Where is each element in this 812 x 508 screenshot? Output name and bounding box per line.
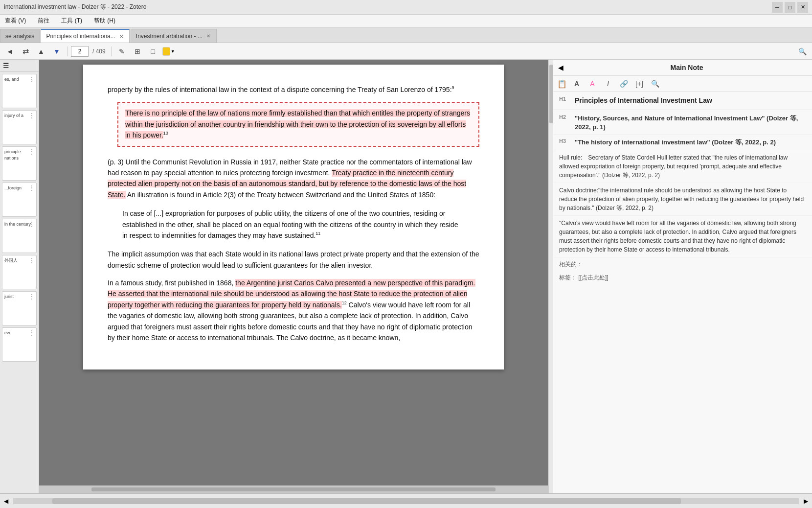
right-panel-toolbar: 📋 A A I 🔗 [+] 🔍 bbox=[553, 76, 812, 92]
note-icon[interactable]: 📋 bbox=[557, 79, 567, 89]
right-search-button[interactable]: 🔍 bbox=[649, 78, 661, 90]
footnote-ref-12: 12 bbox=[342, 300, 347, 305]
card-menu-icon-7[interactable]: ⋮ bbox=[29, 329, 35, 336]
left-sidebar: ☰ ⋮ es, and ⋮ injury of a ⋮ principle na… bbox=[0, 60, 39, 493]
tab-investment[interactable]: Investment arbitration - ... ✕ bbox=[131, 29, 217, 43]
menu-tools[interactable]: 工具 (T) bbox=[58, 16, 85, 26]
quote2-text: In case of [...] expropriation for purpo… bbox=[122, 209, 458, 239]
sidebar-item-6[interactable]: ⋮ jurist bbox=[2, 291, 37, 325]
pdf-area[interactable]: property by the rules of international l… bbox=[39, 60, 548, 485]
bottom-right-button[interactable]: ▶ bbox=[804, 498, 808, 505]
horizontal-scrollbar[interactable] bbox=[39, 485, 548, 493]
toolbar-right: 🔍 bbox=[795, 45, 809, 58]
tab-analysis[interactable]: se analysis bbox=[0, 29, 40, 43]
sidebar-toggle[interactable]: ☰ bbox=[3, 62, 9, 69]
card-menu-icon-5[interactable]: ⋮ bbox=[29, 257, 35, 264]
menu-view[interactable]: 查看 (V) bbox=[2, 16, 29, 26]
select-tool-button[interactable]: □ bbox=[146, 45, 160, 58]
tag-value: [[点击此处]] bbox=[578, 274, 608, 281]
sidebar-scroll[interactable]: ⋮ es, and ⋮ injury of a ⋮ principle nati… bbox=[0, 72, 39, 493]
highlight-tool-button[interactable]: A bbox=[586, 78, 598, 90]
chevron-down-icon: ▼ bbox=[171, 49, 175, 54]
pencil-tool-button[interactable]: ✎ bbox=[115, 45, 129, 58]
right-back-button[interactable]: ◀ bbox=[558, 64, 564, 71]
tab-investment-close[interactable]: ✕ bbox=[205, 33, 211, 39]
search-button[interactable]: 🔍 bbox=[795, 45, 809, 58]
tab-analysis-label: se analysis bbox=[5, 33, 34, 40]
insert-tool-button[interactable]: [+] bbox=[633, 78, 645, 90]
menu-help[interactable]: 帮助 (H) bbox=[91, 16, 118, 26]
right-panel-left-scroll[interactable] bbox=[548, 60, 553, 493]
horizontal-scroll-thumb[interactable] bbox=[91, 487, 496, 491]
block-quote-text: There is no principle of the law of nati… bbox=[125, 109, 470, 139]
sidebar-item-4[interactable]: ⋮ in the century bbox=[2, 219, 37, 253]
page-input[interactable] bbox=[71, 46, 89, 57]
related-section: 相关的： bbox=[553, 257, 812, 272]
forward-button[interactable]: ⇄ bbox=[19, 45, 32, 58]
h1-text: Principles of International Investment L… bbox=[575, 96, 712, 106]
close-button[interactable]: ✕ bbox=[797, 2, 808, 13]
heading-h2: H2 "History, Sources, and Nature of Inte… bbox=[553, 110, 812, 135]
quote-block-2: In case of [...] expropriation for purpo… bbox=[122, 208, 465, 241]
tag-label: 标签： bbox=[559, 274, 577, 281]
italic-tool-button[interactable]: I bbox=[602, 78, 614, 90]
card-text-1: injury of a bbox=[4, 113, 23, 118]
h3-badge: H3 bbox=[559, 138, 571, 144]
paragraph-3: In a famous study, first published in 18… bbox=[108, 277, 479, 343]
bottom-left-button[interactable]: ◀ bbox=[4, 498, 8, 505]
card-menu-icon-3[interactable]: ⋮ bbox=[29, 185, 35, 191]
sidebar-item-0[interactable]: ⋮ es, and bbox=[2, 74, 37, 108]
tab-principles-close[interactable]: ✕ bbox=[118, 34, 124, 39]
title-bar: international investment law - Dolzer 等 … bbox=[0, 0, 812, 15]
hull-rule-note: Hull rule: Secretary of State Cordell Hu… bbox=[553, 150, 812, 183]
toolbar-separator-1 bbox=[67, 46, 68, 56]
bottom-scrollbar[interactable] bbox=[13, 498, 799, 504]
sidebar-item-5[interactable]: ⋮ 外国人 bbox=[2, 255, 37, 289]
related-label: 相关的： bbox=[559, 261, 583, 268]
grid-tool-button[interactable]: ⊞ bbox=[131, 45, 144, 58]
bottom-scroll-thumb[interactable] bbox=[52, 498, 681, 504]
tab-principles-label: Principles of internationa... bbox=[46, 33, 115, 40]
card-menu-icon-2[interactable]: ⋮ bbox=[29, 148, 35, 155]
nav-up-button[interactable]: ▲ bbox=[34, 45, 48, 58]
sidebar-item-3[interactable]: ⋮ ...foreign bbox=[2, 183, 37, 217]
calvo-doctrine-note: Calvo doctrine:"the international rule s… bbox=[553, 183, 812, 216]
link-tool-button[interactable]: 🔗 bbox=[618, 78, 630, 90]
card-text-2: principle nations bbox=[4, 149, 21, 161]
bottom-scroll-area[interactable] bbox=[13, 498, 799, 504]
heading-h1: H1 Principles of International Investmen… bbox=[553, 92, 812, 110]
card-menu-icon-6[interactable]: ⋮ bbox=[29, 293, 35, 300]
card-text-5: 外国人 bbox=[4, 258, 18, 263]
menu-bar: 查看 (V) 前往 工具 (T) 帮助 (H) bbox=[0, 15, 812, 27]
card-menu-icon[interactable]: ⋮ bbox=[29, 76, 35, 83]
paragraph-1: (p. 3) Until the Communist Revolution in… bbox=[108, 157, 479, 201]
pdf-page: property by the rules of international l… bbox=[83, 65, 504, 369]
h2-text: "History, Sources, and Nature of Interna… bbox=[575, 114, 806, 132]
tab-investment-label: Investment arbitration - ... bbox=[136, 33, 203, 40]
card-menu-icon-4[interactable]: ⋮ bbox=[29, 221, 35, 228]
right-scroll-thumb[interactable] bbox=[549, 65, 553, 123]
menu-navigate[interactable]: 前往 bbox=[35, 16, 52, 26]
color-picker-button[interactable]: ▼ bbox=[162, 45, 176, 58]
tab-principles[interactable]: Principles of internationa... ✕ bbox=[41, 29, 129, 43]
sidebar-item-2[interactable]: ⋮ principle nations bbox=[2, 146, 37, 181]
footnote-ref-9: 9 bbox=[452, 85, 454, 90]
nav-down-button[interactable]: ▼ bbox=[50, 45, 64, 58]
intro-text: property by the rules of international l… bbox=[108, 86, 452, 93]
sidebar-item-1[interactable]: ⋮ injury of a bbox=[2, 110, 37, 144]
hull-rule-text: Hull rule: Secretary of State Cordell Hu… bbox=[559, 154, 788, 179]
minimize-button[interactable]: ─ bbox=[772, 2, 783, 13]
para2-text: The implicit assumption was that each St… bbox=[108, 250, 479, 269]
card-text-7: ew bbox=[4, 330, 10, 335]
h2-badge: H2 bbox=[559, 114, 571, 120]
font-tool-button[interactable]: A bbox=[571, 78, 583, 90]
footnote-ref-10: 10 bbox=[163, 131, 168, 136]
sidebar-item-7[interactable]: ⋮ ew bbox=[2, 327, 37, 362]
maximize-button[interactable]: □ bbox=[785, 2, 795, 13]
color-swatch bbox=[162, 47, 170, 56]
back-button[interactable]: ◄ bbox=[3, 45, 17, 58]
toolbar-separator-2 bbox=[111, 46, 112, 56]
calvo-view-text: "Calvo's view would have left room for a… bbox=[559, 220, 796, 253]
card-menu-icon-1[interactable]: ⋮ bbox=[29, 112, 35, 119]
card-text-3: ...foreign bbox=[4, 185, 22, 190]
